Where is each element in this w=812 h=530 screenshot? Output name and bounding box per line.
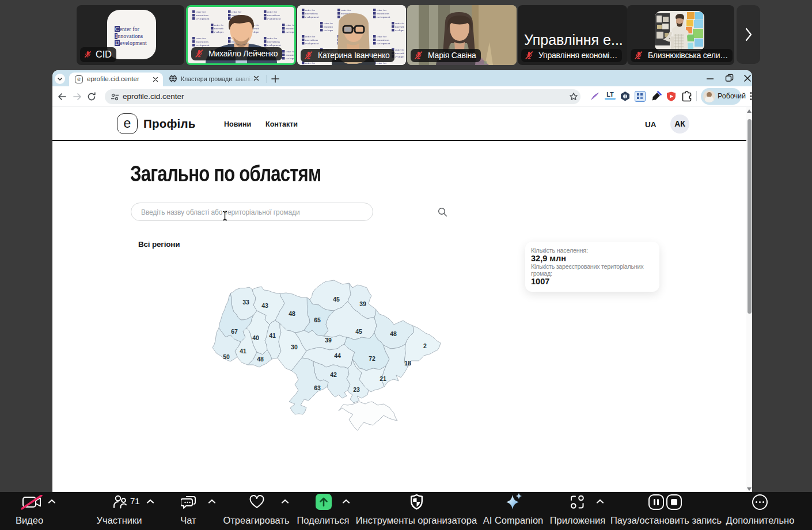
- svg-text:48: 48: [390, 330, 397, 337]
- svg-text:41: 41: [269, 332, 276, 339]
- svg-text:42: 42: [330, 371, 337, 378]
- svg-text:72: 72: [369, 355, 375, 362]
- svg-text:45: 45: [355, 328, 362, 335]
- svg-text:50: 50: [223, 353, 230, 360]
- svg-text:2: 2: [423, 342, 427, 349]
- svg-text:39: 39: [359, 300, 366, 307]
- svg-text:39: 39: [325, 337, 332, 344]
- svg-text:44: 44: [334, 352, 341, 359]
- svg-text:23: 23: [353, 386, 360, 393]
- svg-text:41: 41: [240, 348, 246, 354]
- svg-text:67: 67: [231, 328, 238, 335]
- svg-text:30: 30: [291, 344, 298, 350]
- svg-text:40: 40: [252, 334, 259, 341]
- svg-text:45: 45: [333, 296, 340, 303]
- svg-text:21: 21: [380, 375, 386, 382]
- svg-text:48: 48: [257, 356, 264, 363]
- svg-text:18: 18: [404, 360, 411, 367]
- svg-text:48: 48: [289, 310, 295, 317]
- svg-text:33: 33: [242, 299, 249, 306]
- svg-text:43: 43: [261, 302, 268, 309]
- svg-text:63: 63: [314, 384, 321, 391]
- svg-text:65: 65: [314, 317, 321, 323]
